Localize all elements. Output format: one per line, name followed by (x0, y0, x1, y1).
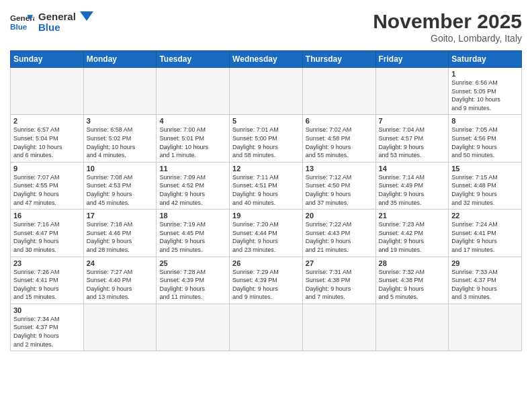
calendar-cell (230, 304, 303, 351)
weekday-sunday: Sunday (11, 51, 84, 68)
day-number: 29 (451, 259, 519, 267)
calendar-cell: 21Sunrise: 7:23 AM Sunset: 4:42 PM Dayli… (375, 210, 449, 257)
day-number: 26 (232, 259, 300, 267)
day-info: Sunrise: 7:26 AM Sunset: 4:41 PM Dayligh… (13, 268, 81, 302)
calendar-cell: 19Sunrise: 7:20 AM Sunset: 4:44 PM Dayli… (230, 210, 303, 257)
day-number: 5 (232, 117, 300, 125)
day-info: Sunrise: 7:28 AM Sunset: 4:39 PM Dayligh… (159, 268, 226, 302)
calendar-cell: 11Sunrise: 7:09 AM Sunset: 4:52 PM Dayli… (157, 162, 230, 209)
calendar-cell (157, 304, 230, 351)
day-info: Sunrise: 7:11 AM Sunset: 4:51 PM Dayligh… (232, 173, 300, 207)
day-number: 24 (87, 259, 154, 267)
day-info: Sunrise: 7:32 AM Sunset: 4:38 PM Dayligh… (379, 268, 446, 302)
weekday-thursday: Thursday (302, 51, 375, 68)
day-number: 4 (159, 117, 226, 125)
calendar-cell: 5Sunrise: 7:01 AM Sunset: 5:00 PM Daylig… (230, 115, 303, 162)
calendar-cell: 26Sunrise: 7:29 AM Sunset: 4:39 PM Dayli… (230, 257, 303, 304)
day-number: 18 (159, 212, 226, 220)
weekday-friday: Friday (375, 51, 449, 68)
calendar-cell (83, 304, 157, 351)
day-info: Sunrise: 7:34 AM Sunset: 4:37 PM Dayligh… (13, 315, 81, 349)
calendar-cell (83, 68, 157, 115)
calendar-cell (375, 304, 449, 351)
calendar-cell: 15Sunrise: 7:15 AM Sunset: 4:48 PM Dayli… (449, 162, 522, 209)
calendar-week-6: 30Sunrise: 7:34 AM Sunset: 4:37 PM Dayli… (11, 304, 522, 351)
day-number: 17 (87, 212, 154, 220)
calendar-cell: 9Sunrise: 7:07 AM Sunset: 4:55 PM Daylig… (11, 162, 84, 209)
day-info: Sunrise: 7:12 AM Sunset: 4:50 PM Dayligh… (306, 173, 373, 207)
day-info: Sunrise: 7:02 AM Sunset: 4:58 PM Dayligh… (306, 126, 373, 159)
calendar-cell: 23Sunrise: 7:26 AM Sunset: 4:41 PM Dayli… (11, 257, 84, 304)
day-number: 25 (159, 259, 226, 267)
calendar-cell: 18Sunrise: 7:19 AM Sunset: 4:45 PM Dayli… (157, 210, 230, 257)
calendar-cell: 12Sunrise: 7:11 AM Sunset: 4:51 PM Dayli… (230, 162, 303, 209)
calendar-cell (230, 68, 303, 115)
day-info: Sunrise: 6:58 AM Sunset: 5:02 PM Dayligh… (87, 126, 154, 159)
calendar-cell (157, 68, 230, 115)
day-number: 12 (232, 165, 300, 173)
calendar-cell: 13Sunrise: 7:12 AM Sunset: 4:50 PM Dayli… (302, 162, 375, 209)
day-number: 13 (306, 165, 373, 173)
calendar-cell: 30Sunrise: 7:34 AM Sunset: 4:37 PM Dayli… (11, 304, 84, 351)
day-number: 6 (306, 117, 373, 125)
day-info: Sunrise: 7:27 AM Sunset: 4:40 PM Dayligh… (87, 268, 154, 302)
day-info: Sunrise: 7:09 AM Sunset: 4:52 PM Dayligh… (159, 173, 226, 207)
calendar-cell (302, 304, 375, 351)
calendar-cell: 14Sunrise: 7:14 AM Sunset: 4:49 PM Dayli… (375, 162, 449, 209)
calendar-cell (302, 68, 375, 115)
day-number: 22 (451, 212, 519, 220)
day-info: Sunrise: 7:29 AM Sunset: 4:39 PM Dayligh… (232, 268, 300, 302)
day-number: 11 (159, 165, 226, 173)
day-info: Sunrise: 7:31 AM Sunset: 4:38 PM Dayligh… (306, 268, 373, 302)
month-title: November 2025 (373, 10, 522, 33)
day-info: Sunrise: 7:16 AM Sunset: 4:47 PM Dayligh… (13, 220, 81, 254)
calendar-cell: 10Sunrise: 7:08 AM Sunset: 4:53 PM Dayli… (83, 162, 157, 209)
calendar-cell: 2Sunrise: 6:57 AM Sunset: 5:04 PM Daylig… (11, 115, 84, 162)
calendar-cell: 6Sunrise: 7:02 AM Sunset: 4:58 PM Daylig… (302, 115, 375, 162)
day-info: Sunrise: 7:00 AM Sunset: 5:01 PM Dayligh… (159, 126, 226, 159)
day-info: Sunrise: 7:08 AM Sunset: 4:53 PM Dayligh… (87, 173, 154, 207)
calendar-cell (375, 68, 449, 115)
svg-marker-3 (80, 11, 93, 21)
day-info: Sunrise: 7:14 AM Sunset: 4:49 PM Dayligh… (379, 173, 446, 207)
calendar-cell: 24Sunrise: 7:27 AM Sunset: 4:40 PM Dayli… (83, 257, 157, 304)
calendar-cell: 22Sunrise: 7:24 AM Sunset: 4:41 PM Dayli… (449, 210, 522, 257)
day-info: Sunrise: 7:24 AM Sunset: 4:41 PM Dayligh… (451, 220, 519, 254)
day-number: 28 (379, 259, 446, 267)
logo-blue-text: Blue (38, 22, 76, 34)
calendar-table: SundayMondayTuesdayWednesdayThursdayFrid… (10, 50, 522, 351)
logo-general-text: General (38, 11, 76, 23)
logo: General Blue General Blue (10, 10, 93, 34)
day-number: 2 (13, 117, 81, 125)
calendar-cell (11, 68, 84, 115)
day-info: Sunrise: 7:01 AM Sunset: 5:00 PM Dayligh… (232, 126, 300, 159)
calendar-cell: 7Sunrise: 7:04 AM Sunset: 4:57 PM Daylig… (375, 115, 449, 162)
calendar-cell: 16Sunrise: 7:16 AM Sunset: 4:47 PM Dayli… (11, 210, 84, 257)
day-info: Sunrise: 7:20 AM Sunset: 4:44 PM Dayligh… (232, 220, 300, 254)
logo-triangle-icon (80, 11, 93, 30)
calendar-cell: 25Sunrise: 7:28 AM Sunset: 4:39 PM Dayli… (157, 257, 230, 304)
weekday-wednesday: Wednesday (230, 51, 303, 68)
day-number: 15 (451, 165, 519, 173)
calendar-cell: 1Sunrise: 6:56 AM Sunset: 5:05 PM Daylig… (449, 68, 522, 115)
day-number: 1 (451, 70, 519, 78)
calendar-cell: 8Sunrise: 7:05 AM Sunset: 4:56 PM Daylig… (449, 115, 522, 162)
calendar-week-5: 23Sunrise: 7:26 AM Sunset: 4:41 PM Dayli… (11, 257, 522, 304)
weekday-saturday: Saturday (449, 51, 522, 68)
day-info: Sunrise: 7:15 AM Sunset: 4:48 PM Dayligh… (451, 173, 519, 207)
day-info: Sunrise: 7:18 AM Sunset: 4:46 PM Dayligh… (87, 220, 154, 254)
generalblue-logo-icon: General Blue (10, 10, 34, 34)
calendar-week-4: 16Sunrise: 7:16 AM Sunset: 4:47 PM Dayli… (11, 210, 522, 257)
day-info: Sunrise: 7:04 AM Sunset: 4:57 PM Dayligh… (379, 126, 446, 159)
day-info: Sunrise: 7:22 AM Sunset: 4:43 PM Dayligh… (306, 220, 373, 254)
day-number: 10 (87, 165, 154, 173)
calendar-cell: 20Sunrise: 7:22 AM Sunset: 4:43 PM Dayli… (302, 210, 375, 257)
page: General Blue General Blue November 2025 … (0, 0, 532, 411)
calendar-cell: 29Sunrise: 7:33 AM Sunset: 4:37 PM Dayli… (449, 257, 522, 304)
day-number: 8 (451, 117, 519, 125)
day-number: 19 (232, 212, 300, 220)
day-number: 23 (13, 259, 81, 267)
day-info: Sunrise: 7:19 AM Sunset: 4:45 PM Dayligh… (159, 220, 226, 254)
header: General Blue General Blue November 2025 … (10, 10, 522, 44)
day-number: 14 (379, 165, 446, 173)
